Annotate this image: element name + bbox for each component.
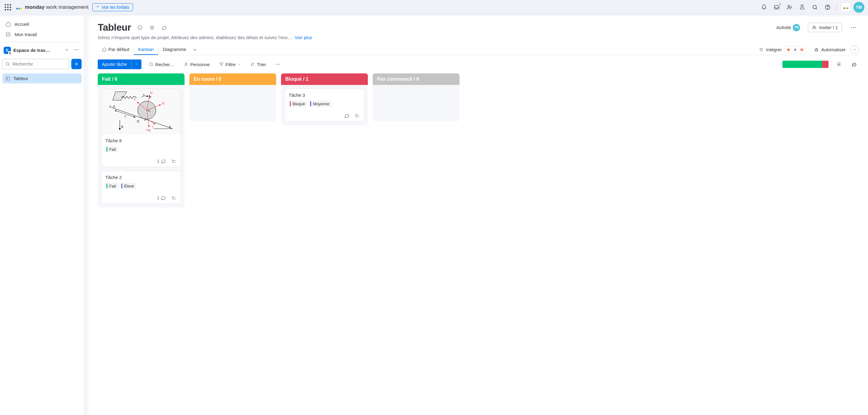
column-body[interactable] <box>373 85 460 121</box>
comments-count[interactable]: 1 <box>157 195 166 200</box>
column-header[interactable]: Pas commencé / 0 <box>373 73 460 85</box>
tab-kanban[interactable]: Kanban <box>134 44 158 55</box>
column-header[interactable]: En cours / 0 <box>189 73 276 85</box>
favorite-icon[interactable] <box>148 23 157 32</box>
add-task-caret[interactable] <box>131 60 142 69</box>
see-more-link[interactable]: Voir plus <box>295 35 312 40</box>
svg-point-10 <box>18 8 20 9</box>
workspace-menu-icon[interactable] <box>72 46 81 55</box>
brand-logo[interactable]: monday work management <box>16 4 89 11</box>
person-icon <box>184 62 188 67</box>
svg-rect-25 <box>6 77 10 80</box>
tab-diagram[interactable]: Diagramme <box>158 44 191 55</box>
svg-point-16 <box>827 8 828 8</box>
svg-point-11 <box>20 8 22 9</box>
svg-text:F: F <box>134 98 136 101</box>
tab-default[interactable]: Par défaut <box>98 44 133 55</box>
search-icon[interactable] <box>809 2 820 13</box>
comment-icon[interactable] <box>344 113 349 118</box>
add-task-button[interactable]: Ajouter tâche <box>98 60 131 69</box>
apps-marketplace-icon[interactable] <box>797 2 808 13</box>
help-icon[interactable] <box>822 2 833 13</box>
column-header[interactable]: Fait / 6 <box>98 73 185 85</box>
discussion-icon[interactable] <box>160 23 169 32</box>
svg-text:u: u <box>109 105 111 108</box>
toolbar-search[interactable]: Recher… <box>147 60 176 69</box>
activity-button[interactable]: Activité TM <box>776 24 800 31</box>
add-view-button[interactable] <box>190 45 199 54</box>
status-tag[interactable]: Fait <box>105 183 118 189</box>
comment-icon <box>160 195 166 200</box>
svg-text:T: T <box>152 126 154 129</box>
status-tag[interactable]: Fait <box>105 146 118 152</box>
invite-button[interactable]: Inviter / 1 <box>808 23 842 32</box>
column-body[interactable]: α u ℓ C <box>98 85 185 208</box>
sidebar-home[interactable]: Accueil <box>2 19 82 29</box>
subitems-icon[interactable] <box>355 113 360 118</box>
kanban-card[interactable]: Tâche 2 Fait Élevé 1 <box>101 171 181 204</box>
comment-icon <box>160 158 166 164</box>
feedback-icon[interactable] <box>849 60 859 69</box>
subitems-icon[interactable] <box>172 195 177 200</box>
board-item[interactable]: Tableur <box>2 73 82 84</box>
svg-text:+: + <box>143 93 145 96</box>
column-header[interactable]: Bloqué / 1 <box>281 73 368 85</box>
progress-summary[interactable] <box>782 61 829 68</box>
product-switcher-icon[interactable] <box>841 2 850 12</box>
invite-members-icon[interactable] <box>784 2 795 13</box>
sidebar-my-work[interactable]: Mon travail <box>2 29 82 39</box>
collapse-header-icon[interactable] <box>850 45 859 54</box>
sparkle-icon <box>96 5 100 9</box>
user-avatar[interactable]: TM <box>854 2 864 13</box>
info-icon[interactable] <box>135 23 145 32</box>
kanban-column-in-progress: En cours / 0 <box>189 73 276 121</box>
svg-point-27 <box>813 26 814 27</box>
comments-count[interactable]: 1 <box>157 158 166 164</box>
priority-tag[interactable]: Élevé <box>120 183 136 189</box>
column-body[interactable]: Tâche 3 Bloqué Moyenne <box>281 85 368 125</box>
see-plans-button[interactable]: Voir les forfaits <box>92 3 133 11</box>
svg-point-38 <box>279 64 279 65</box>
board-options-icon[interactable] <box>848 22 859 33</box>
toolbar-sort[interactable]: Trier <box>248 60 268 69</box>
column-body[interactable] <box>189 85 276 121</box>
add-item-button[interactable] <box>71 59 82 69</box>
svg-text:R: R <box>162 102 164 105</box>
kanban-card[interactable]: α u ℓ C <box>101 89 181 167</box>
sidebar-search-input[interactable] <box>12 62 66 66</box>
card-attachment-image[interactable]: α u ℓ C <box>102 89 181 134</box>
svg-point-0 <box>5 4 6 5</box>
workspace-selector[interactable]: E Espace de trav… <box>2 44 82 56</box>
svg-text:mg: mg <box>146 128 151 132</box>
filter-icon <box>219 62 224 67</box>
divider <box>837 4 837 11</box>
svg-rect-12 <box>775 5 779 9</box>
kanban-card[interactable]: Tâche 3 Bloqué Moyenne <box>285 89 364 122</box>
integrate-button[interactable]: Intégrer ◉ # M <box>759 46 806 54</box>
top-bar: monday work management Voir les forfaits… <box>0 0 868 14</box>
automate-button[interactable]: Automatiser <box>814 47 845 52</box>
svg-point-40 <box>853 64 854 65</box>
view-settings-icon[interactable] <box>834 60 844 69</box>
apps-grid-icon[interactable] <box>4 3 12 11</box>
board-title[interactable]: Tableur <box>98 22 131 33</box>
priority-tag[interactable]: Moyenne <box>309 101 332 107</box>
notifications-icon[interactable] <box>758 2 769 13</box>
brand-text: monday work management <box>25 4 89 10</box>
toolbar-person[interactable]: Personne <box>182 60 212 69</box>
svg-point-21 <box>74 50 75 50</box>
kanban-column-done: Fait / 6 <box>98 73 185 208</box>
progress-blocked <box>822 61 829 68</box>
sidebar-search[interactable] <box>2 59 69 69</box>
robot-icon <box>814 47 819 52</box>
add-task-split-button: Ajouter tâche <box>98 60 142 69</box>
status-tag[interactable]: Bloqué <box>289 101 307 107</box>
subitems-icon[interactable] <box>172 158 177 164</box>
inbox-icon[interactable]: 1 <box>771 2 782 13</box>
toolbar-filter[interactable]: Filtre <box>217 60 243 69</box>
workspace-caret-icon[interactable] <box>63 46 70 54</box>
svg-point-1 <box>7 4 9 5</box>
toolbar-more-icon[interactable] <box>274 60 282 69</box>
svg-point-28 <box>851 27 852 28</box>
view-tabs: Par défaut Kanban Diagramme Intégrer ◉ # <box>98 44 859 55</box>
